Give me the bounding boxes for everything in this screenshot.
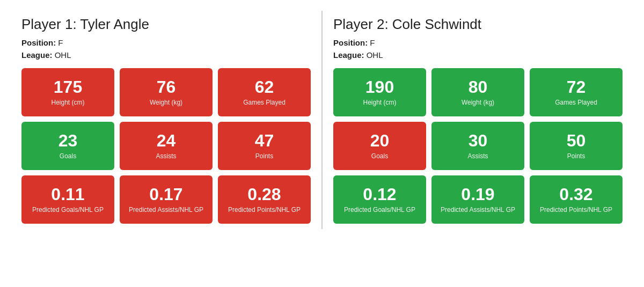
player2-stat-label-3: Goals: [371, 152, 388, 161]
player2-stat-label-4: Assists: [467, 152, 488, 161]
player2-stat-card-4: 30 Assists: [431, 122, 524, 170]
player1-stat-label-3: Goals: [60, 152, 76, 161]
player2-title: Player 2: Cole Schwindt: [333, 16, 623, 33]
player1-title: Player 1: Tyler Angle: [21, 16, 311, 33]
player2-stat-value-2: 72: [567, 78, 586, 97]
player2-stats-grid: 190 Height (cm) 80 Weight (kg) 72 Games …: [333, 68, 623, 224]
player2-stat-label-2: Games Played: [555, 99, 597, 107]
player2-position: Position: F: [333, 38, 623, 47]
player1-stat-value-2: 62: [255, 78, 274, 97]
player1-stat-card-0: 175 Height (cm): [21, 68, 114, 116]
player1-stat-label-5: Points: [255, 152, 273, 161]
player1-stat-value-3: 23: [58, 131, 78, 150]
player1-stat-card-3: 23 Goals: [21, 122, 114, 170]
player1-stat-value-8: 0.28: [247, 185, 281, 204]
player2-stat-card-1: 80 Weight (kg): [431, 68, 524, 116]
player2-stat-value-1: 80: [469, 78, 488, 97]
player1-stat-label-0: Height (cm): [51, 99, 84, 107]
player2-stat-value-4: 30: [469, 131, 488, 150]
player1-stat-value-0: 175: [54, 78, 82, 97]
player1-stat-value-4: 24: [157, 131, 176, 150]
player1-stat-label-8: Predicted Points/NHL GP: [228, 206, 301, 215]
player2-stat-value-0: 190: [365, 78, 394, 97]
player1-stats-grid: 175 Height (cm) 76 Weight (kg) 62 Games …: [21, 68, 311, 224]
player1-stat-label-1: Weight (kg): [150, 99, 182, 107]
player1-stat-label-7: Predicted Assists/NHL GP: [129, 206, 203, 215]
player2-stat-card-3: 20 Goals: [333, 122, 426, 170]
player1-stat-value-1: 76: [157, 78, 176, 97]
player1-stat-card-1: 76 Weight (kg): [120, 68, 213, 116]
player1-stat-card-8: 0.28 Predicted Points/NHL GP: [218, 175, 311, 224]
player1-stat-label-4: Assists: [156, 152, 176, 161]
player1-panel: Player 1: Tyler Angle Position: F League…: [11, 11, 323, 229]
player1-stat-value-6: 0.11: [51, 185, 84, 204]
player2-stat-label-8: Predicted Points/NHL GP: [540, 206, 612, 215]
player2-stat-value-3: 20: [370, 131, 390, 150]
player1-position: Position: F: [21, 38, 311, 47]
player1-league: League: OHL: [21, 50, 311, 60]
player2-panel: Player 2: Cole Schwindt Position: F Leag…: [323, 11, 633, 229]
player2-stat-card-5: 50 Points: [530, 122, 623, 170]
player2-stat-card-8: 0.32 Predicted Points/NHL GP: [530, 175, 623, 224]
player2-stat-value-6: 0.12: [363, 185, 396, 204]
player2-stat-label-6: Predicted Goals/NHL GP: [344, 206, 415, 215]
player2-league: League: OHL: [333, 50, 623, 60]
player1-stat-card-2: 62 Games Played: [218, 68, 311, 116]
player2-stat-label-7: Predicted Assists/NHL GP: [441, 206, 515, 215]
player2-stat-value-8: 0.32: [559, 185, 592, 204]
player2-stat-label-1: Weight (kg): [462, 99, 494, 107]
player2-stat-label-0: Height (cm): [363, 99, 396, 107]
player1-stat-card-6: 0.11 Predicted Goals/NHL GP: [21, 175, 114, 224]
player1-stat-card-5: 47 Points: [218, 122, 311, 170]
player1-stat-label-2: Games Played: [243, 99, 286, 107]
player2-stat-label-5: Points: [567, 152, 585, 161]
comparison-container: Player 1: Tyler Angle Position: F League…: [11, 11, 633, 229]
player1-stat-value-7: 0.17: [149, 185, 182, 204]
player2-stat-value-5: 50: [567, 131, 586, 150]
player2-stat-card-6: 0.12 Predicted Goals/NHL GP: [333, 175, 426, 224]
player2-stat-card-0: 190 Height (cm): [333, 68, 426, 116]
player1-stat-label-6: Predicted Goals/NHL GP: [32, 206, 104, 215]
player2-stat-card-7: 0.19 Predicted Assists/NHL GP: [431, 175, 524, 224]
player1-stat-value-5: 47: [255, 131, 274, 150]
player2-stat-value-7: 0.19: [461, 185, 494, 204]
player1-stat-card-4: 24 Assists: [120, 122, 213, 170]
player1-stat-card-7: 0.17 Predicted Assists/NHL GP: [120, 175, 213, 224]
player2-stat-card-2: 72 Games Played: [530, 68, 623, 116]
